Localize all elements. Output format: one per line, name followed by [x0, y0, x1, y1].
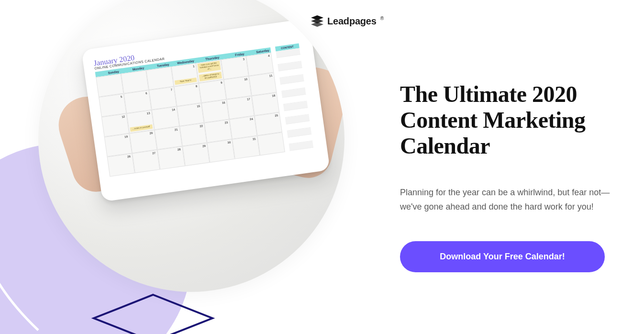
calendar-cell: 17: [227, 96, 255, 119]
calendar-cell: 22: [179, 123, 207, 146]
calendar-cell: 9: [199, 79, 226, 103]
hero-image: January 2020 ONLINE COMMUNICATIONS CALEN…: [38, 0, 344, 292]
calendar-cell: 20: [129, 130, 157, 153]
calendar-cell: [96, 74, 123, 97]
calendar-cell: 8: [174, 83, 201, 106]
brand-name: Leadpages: [327, 16, 377, 27]
calendar-cell: [257, 132, 285, 156]
calendar-cell: 31: [232, 136, 260, 159]
calendar-cell: 7: [149, 87, 177, 110]
calendar-cell: 23: [204, 119, 232, 143]
calendar-cell: 5: [99, 94, 126, 117]
decorative-diamond: [91, 292, 215, 334]
registered-mark: ®: [380, 16, 384, 21]
calendar-cell: 3: [221, 56, 249, 79]
calendar-cell: [146, 67, 174, 90]
calendar-cell: 12: [101, 113, 129, 137]
calendar-note: have you set the holidays you'll focus o…: [198, 61, 221, 73]
calendar-cell: 28: [157, 146, 185, 170]
calendar-cell: 14: [152, 106, 179, 130]
svg-marker-0: [94, 295, 212, 334]
calendar-cell: 6: [123, 90, 151, 113]
calendar-cell: 29: [182, 143, 210, 166]
calendar-cell: 4: [246, 53, 274, 76]
brand-logo: Leadpages ®: [311, 15, 384, 27]
calendar-cell: 10: [224, 76, 252, 100]
svg-marker-3: [311, 22, 323, 27]
calendar-cell: 26: [107, 153, 135, 177]
calendar-cell: 2have you set the holidays you'll focus …: [196, 60, 224, 83]
leadpages-stack-icon: [311, 15, 323, 27]
calendar-cell: 18: [252, 92, 279, 116]
main-content: The Ultimate 2020 Content Marketing Cale…: [400, 81, 611, 272]
calendar-cell: 13...notes to yourself: [126, 110, 154, 134]
calendar-cell: 1New Year's!: [171, 63, 199, 87]
calendar-cell: 25: [255, 112, 282, 136]
calendar-cell: [121, 70, 149, 94]
calendar-cell: 24: [229, 116, 257, 139]
download-button[interactable]: Download Your Free Calendar!: [400, 241, 605, 272]
calendar-cell: 16: [201, 100, 229, 123]
calendar-cell: 30: [207, 139, 235, 163]
calendar-cell: 27: [132, 150, 160, 173]
page-description: Planning for the year can be a whirlwind…: [400, 185, 611, 214]
tablet-device: January 2020 ONLINE COMMUNICATIONS CALEN…: [81, 18, 330, 202]
calendar-cell: 15: [177, 103, 204, 126]
calendar-cell: 21: [154, 126, 182, 150]
calendar-grid: Sunday Monday Tuesday Wednesday Thursday…: [95, 47, 285, 177]
calendar-cell: 19: [104, 134, 132, 157]
page-headline: The Ultimate 2020 Content Marketing Cale…: [400, 81, 611, 158]
calendar-cell: 11: [249, 72, 277, 96]
